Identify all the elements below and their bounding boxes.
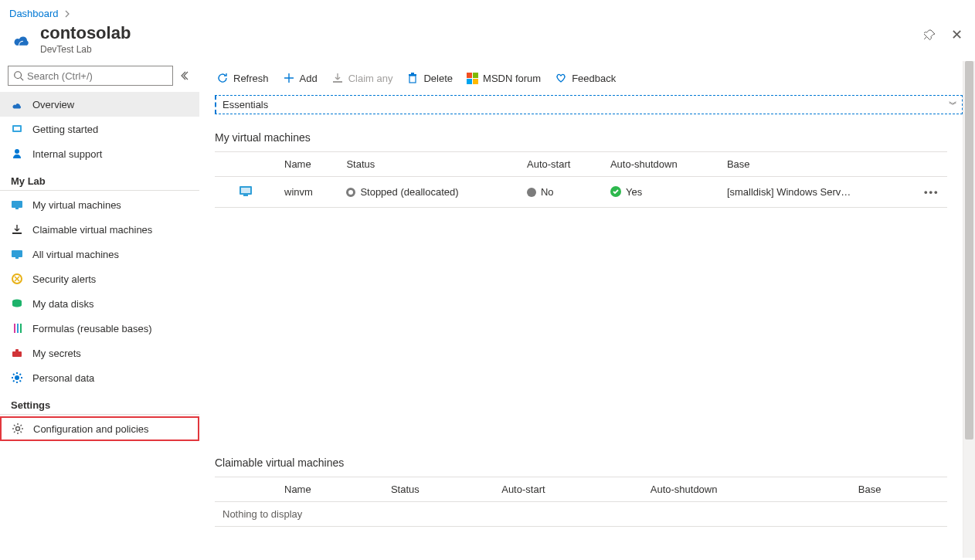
pin-icon[interactable]	[922, 27, 938, 42]
sidebar-item-label: Personal data	[32, 372, 94, 384]
alert-icon	[11, 273, 23, 285]
svg-line-23	[20, 381, 22, 382]
sidebar-item-label: Configuration and policies	[33, 423, 149, 435]
svg-rect-7	[12, 232, 22, 234]
msdn-forum-button[interactable]: MSDN forum	[467, 73, 541, 84]
svg-rect-9	[15, 257, 19, 259]
sidebar-item-configuration-policies[interactable]: Configuration and policies	[0, 416, 199, 441]
claim-icon	[331, 72, 344, 84]
sidebar-item-label: All virtual machines	[32, 249, 119, 260]
close-icon[interactable]: ✕	[949, 27, 964, 42]
sidebar-item-my-secrets[interactable]: My secrets	[0, 341, 199, 365]
sidebar-item-getting-started[interactable]: Getting started	[0, 117, 199, 141]
sidebar-item-formulas[interactable]: Formulas (reusable bases)	[0, 316, 199, 341]
vm-icon	[11, 248, 23, 260]
claim-any-label: Claim any	[348, 73, 393, 84]
breadcrumb: Dashboard	[0, 0, 975, 24]
scrollbar[interactable]	[963, 61, 975, 558]
col-name[interactable]: Name	[277, 477, 383, 502]
chevron-down-icon[interactable]: ︾	[949, 99, 956, 110]
sidebar-item-overview[interactable]: Overview	[0, 92, 199, 117]
sidebar-item-claimable-vms[interactable]: Claimable virtual machines	[0, 217, 199, 242]
col-autostart[interactable]: Auto-start	[519, 152, 603, 177]
sidebar-item-label: Overview	[32, 99, 74, 110]
svg-rect-6	[15, 208, 19, 209]
empty-message: Nothing to display	[215, 502, 947, 527]
svg-rect-8	[12, 250, 22, 257]
getting-started-icon	[11, 123, 23, 135]
svg-rect-3	[14, 127, 20, 131]
sidebar-item-label: My secrets	[32, 348, 81, 359]
essentials-panel[interactable]: Essentials ︾	[215, 95, 963, 114]
sidebar-item-label: Internal support	[32, 148, 102, 160]
svg-rect-35	[333, 81, 342, 83]
page-subtitle: DevTest Lab	[40, 44, 922, 55]
heart-icon	[555, 72, 567, 84]
col-autostart[interactable]: Auto-start	[494, 477, 643, 502]
refresh-button[interactable]: Refresh	[216, 72, 269, 84]
secrets-icon	[11, 347, 23, 359]
delete-button[interactable]: Delete	[406, 72, 453, 84]
sidebar-item-security-alerts[interactable]: Security alerts	[0, 266, 199, 291]
refresh-icon	[216, 72, 229, 84]
msdn-forum-label: MSDN forum	[483, 73, 541, 84]
formula-icon	[11, 322, 23, 334]
svg-rect-14	[20, 324, 22, 333]
search-box[interactable]	[8, 66, 173, 86]
svg-line-33	[14, 432, 15, 433]
svg-line-32	[21, 432, 22, 433]
add-button[interactable]: Add	[283, 72, 318, 84]
claimable-table: Name Status Auto-start Auto-shutdown Bas…	[215, 477, 947, 527]
refresh-label: Refresh	[233, 73, 269, 84]
sidebar-section-settings: Settings	[0, 390, 199, 415]
delete-label: Delete	[423, 73, 453, 84]
chevron-right-icon	[63, 10, 71, 18]
breadcrumb-dashboard[interactable]: Dashboard	[9, 8, 59, 19]
vm-autoshutdown: Yes	[626, 186, 642, 198]
svg-line-1	[21, 78, 24, 81]
sidebar-item-label: My data disks	[32, 298, 93, 310]
search-input[interactable]	[27, 70, 168, 82]
trash-icon	[406, 72, 419, 84]
vm-base: [smalldisk] Windows Serv…	[719, 177, 916, 208]
col-status[interactable]: Status	[383, 477, 494, 502]
svg-line-31	[14, 425, 15, 426]
sidebar-item-label: My virtual machines	[32, 199, 121, 211]
sidebar-item-personal-data[interactable]: Personal data	[0, 365, 199, 390]
sidebar-item-my-data-disks[interactable]: My data disks	[0, 291, 199, 316]
sidebar-item-my-vms[interactable]: My virtual machines	[0, 192, 199, 217]
sidebar-item-label: Formulas (reusable bases)	[32, 323, 152, 334]
svg-line-25	[20, 374, 22, 375]
content: Refresh Add Claim any Delete	[199, 61, 963, 558]
support-icon	[11, 148, 23, 160]
sidebar-item-label: Claimable virtual machines	[32, 224, 152, 236]
disk-icon	[11, 297, 23, 310]
col-status[interactable]: Status	[338, 152, 519, 177]
row-menu-icon[interactable]: •••	[924, 186, 939, 198]
svg-rect-40	[241, 188, 250, 193]
svg-line-22	[13, 374, 15, 375]
svg-rect-13	[17, 324, 19, 333]
col-autoshutdown[interactable]: Auto-shutdown	[603, 152, 719, 177]
plus-icon	[283, 72, 295, 84]
claim-icon	[11, 223, 23, 236]
page-title: contosolab	[40, 24, 922, 42]
svg-point-17	[15, 375, 19, 380]
essentials-label: Essentials	[223, 99, 268, 110]
sidebar-item-all-vms[interactable]: All virtual machines	[0, 242, 199, 266]
col-name[interactable]: Name	[277, 152, 338, 177]
gear-icon	[11, 372, 23, 384]
col-base[interactable]: Base	[851, 477, 947, 502]
table-row[interactable]: winvm Stopped (deallocated) No Yes [smal…	[215, 177, 947, 208]
scrollbar-thumb[interactable]	[965, 61, 973, 440]
toolbar: Refresh Add Claim any Delete	[215, 64, 963, 92]
col-autoshutdown[interactable]: Auto-shutdown	[643, 477, 851, 502]
search-icon	[13, 70, 24, 81]
sidebar-collapse-icon[interactable]	[181, 70, 192, 81]
microsoft-icon	[467, 73, 478, 84]
feedback-button[interactable]: Feedback	[555, 72, 616, 84]
add-label: Add	[300, 73, 318, 84]
sidebar-item-internal-support[interactable]: Internal support	[0, 141, 199, 166]
col-base[interactable]: Base	[719, 152, 916, 177]
svg-rect-38	[411, 73, 414, 74]
